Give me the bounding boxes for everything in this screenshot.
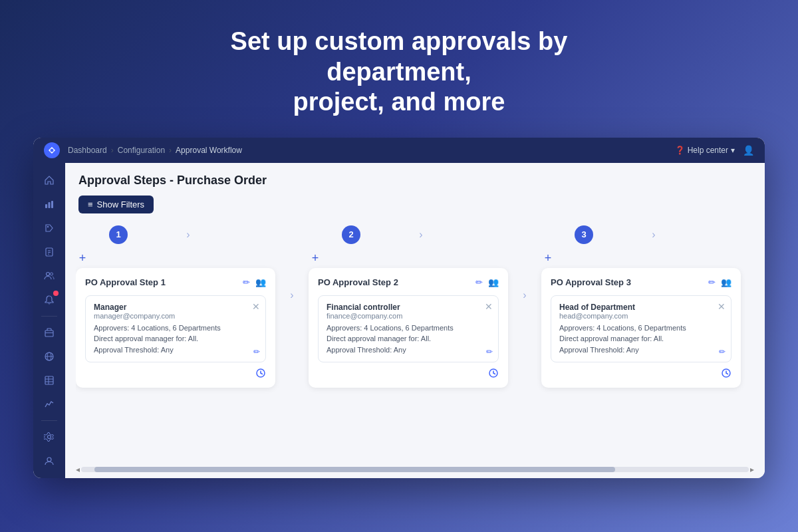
approver-1-direct: Direct approval manager for: All.: [94, 334, 198, 342]
sidebar-item-docs[interactable]: [39, 241, 60, 263]
step-bubble-2: 2: [342, 225, 360, 244]
scroll-right-arrow[interactable]: ▸: [750, 465, 754, 474]
sidebar-item-home[interactable]: [39, 170, 60, 191]
sidebar: [33, 163, 65, 478]
app-logo: [44, 142, 60, 158]
svg-rect-11: [45, 331, 53, 336]
card-2-header: PO Approval Step 2 ✏ 👥: [318, 277, 499, 287]
content-header: Approval Steps - Purchase Order ≡ Show F…: [65, 163, 765, 220]
app-window: Dashboard › Configuration › Approval Wor…: [33, 138, 765, 478]
approval-card-3: PO Approval Step 3 ✏ 👥 ✕ Head of Departm…: [541, 268, 741, 388]
help-button[interactable]: ❓ Help center ▾: [675, 146, 735, 155]
user-profile-icon[interactable]: 👤: [743, 145, 754, 156]
approver-1-close-button[interactable]: ✕: [252, 301, 260, 312]
svg-line-27: [493, 373, 495, 374]
card-1-clock-icon[interactable]: [85, 368, 266, 378]
breadcrumb-dashboard[interactable]: Dashboard: [68, 146, 107, 155]
sidebar-item-tags[interactable]: [39, 217, 60, 239]
show-filters-button[interactable]: ≡ Show Filters: [78, 196, 154, 213]
sidebar-item-box[interactable]: [39, 322, 60, 343]
approver-2-email: finance@company.com: [327, 312, 490, 320]
approver-2-name: Financial controller: [327, 303, 490, 312]
card-3-icons: ✏ 👥: [708, 277, 732, 287]
svg-line-24: [261, 373, 263, 374]
card-3-title: PO Approval Step 3: [551, 277, 631, 287]
sidebar-item-analytics[interactable]: [39, 194, 60, 215]
card-2-title: PO Approval Step 2: [318, 277, 398, 287]
add-before-step1-button[interactable]: +: [76, 252, 89, 265]
arrow-2-3: ›: [508, 249, 541, 301]
svg-rect-16: [45, 376, 53, 384]
card-3-header: PO Approval Step 3 ✏ 👥: [551, 277, 732, 287]
card-3-edit-icon[interactable]: ✏: [708, 277, 716, 287]
approver-2-details: Approvers: 4 Locations, 6 Departments Di…: [327, 323, 490, 356]
svg-point-0: [51, 148, 54, 152]
card-2-users-icon[interactable]: 👥: [488, 277, 499, 287]
breadcrumb-configuration[interactable]: Configuration: [118, 146, 165, 155]
approver-3-email: head@company.com: [559, 312, 723, 320]
approver-block-2: ✕ Financial controller finance@company.c…: [318, 295, 499, 363]
card-3-clock-icon[interactable]: [551, 368, 732, 378]
content-area: Approval Steps - Purchase Order ≡ Show F…: [65, 163, 765, 478]
scrollbar-thumb[interactable]: [94, 467, 615, 472]
add-before-step2-button[interactable]: +: [309, 252, 322, 265]
scroll-left-arrow[interactable]: ◂: [76, 465, 80, 474]
card-1-edit-icon[interactable]: ✏: [243, 277, 250, 287]
card-1-icons: ✏ 👥: [243, 277, 266, 287]
main-layout: Approval Steps - Purchase Order ≡ Show F…: [33, 163, 765, 478]
svg-line-30: [726, 373, 728, 374]
sidebar-item-globe[interactable]: [39, 346, 60, 367]
arrow-3-add: ›: [741, 249, 754, 301]
svg-point-9: [47, 272, 50, 275]
card-1-title: PO Approval Step 1: [85, 277, 166, 287]
card-2-edit-icon[interactable]: ✏: [475, 277, 483, 287]
arrow-1-2: ›: [275, 249, 309, 301]
approver-2-close-button[interactable]: ✕: [485, 301, 493, 312]
sidebar-item-gear[interactable]: [39, 426, 60, 448]
card-1-header: PO Approval Step 1 ✏ 👥: [85, 277, 266, 287]
approver-3-edit-icon[interactable]: ✏: [719, 347, 726, 356]
approver-2-edit-icon[interactable]: ✏: [486, 347, 493, 356]
step-bubble-1: 1: [109, 225, 128, 244]
svg-rect-1: [45, 204, 47, 208]
sidebar-item-table[interactable]: [39, 370, 60, 391]
card-2-icons: ✏ 👥: [475, 277, 499, 287]
top-bar-right: ❓ Help center ▾ 👤: [675, 145, 754, 156]
approver-1-edit-icon[interactable]: ✏: [253, 347, 260, 356]
help-icon: ❓: [675, 146, 685, 155]
approver-1-email: manager@company.com: [94, 312, 257, 320]
hero-title: Set up custom approvals by department,pr…: [150, 0, 648, 138]
svg-rect-3: [51, 201, 53, 208]
approver-3-details: Approvers: 4 Locations, 6 Departments Di…: [559, 323, 723, 356]
approver-3-locations: Approvers: 4 Locations, 6 Departments: [559, 324, 686, 332]
step-bubble-3: 3: [575, 225, 593, 244]
steps-area: 1 › 2 › 3 › +: [65, 220, 765, 478]
breadcrumb-current: Approval Workflow: [176, 146, 242, 155]
chevron-down-icon: ▾: [731, 146, 735, 155]
approver-2-direct: Direct approval manager for: All.: [327, 334, 431, 342]
approver-3-close-button[interactable]: ✕: [718, 301, 726, 312]
approver-block-3: ✕ Head of Department head@company.com Ap…: [551, 295, 732, 363]
approver-3-threshold: Approval Threshold: Any: [559, 346, 639, 354]
card-3-users-icon[interactable]: 👥: [721, 277, 732, 287]
step-arrow-2: ›: [360, 229, 481, 241]
approver-3-direct: Direct approval manager for: All.: [559, 334, 664, 342]
sidebar-item-user-profile[interactable]: [39, 450, 60, 471]
card-2-clock-icon[interactable]: [318, 368, 499, 378]
sidebar-item-notifications[interactable]: [39, 289, 60, 311]
help-label: Help center: [688, 146, 728, 155]
top-bar: Dashboard › Configuration › Approval Wor…: [33, 138, 765, 163]
sidebar-item-chart[interactable]: [39, 394, 60, 415]
breadcrumb-sep1: ›: [111, 146, 114, 155]
svg-point-20: [48, 435, 51, 438]
show-filters-label: Show Filters: [97, 200, 145, 209]
step-arrow-1: ›: [128, 229, 249, 241]
notification-badge: [53, 291, 59, 296]
sidebar-item-users[interactable]: [39, 265, 60, 287]
approver-2-locations: Approvers: 4 Locations, 6 Departments: [327, 324, 454, 332]
breadcrumb-sep2: ›: [169, 146, 172, 155]
add-before-step3-button[interactable]: +: [541, 252, 555, 265]
card-1-users-icon[interactable]: 👥: [255, 277, 266, 287]
approval-card-2: PO Approval Step 2 ✏ 👥 ✕ Financial contr…: [309, 268, 508, 388]
step-indicators: 1 › 2 › 3 ›: [76, 220, 754, 249]
